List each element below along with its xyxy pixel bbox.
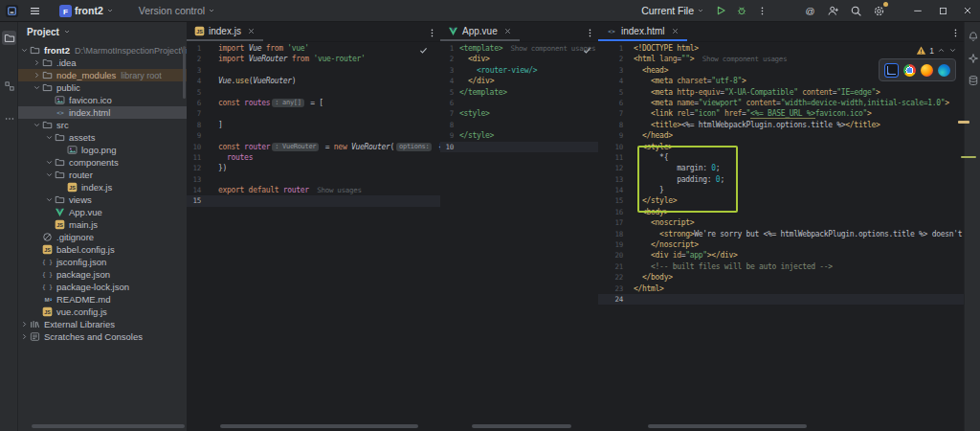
code-line-20[interactable]: 20 <div id="app"></div> [598, 250, 964, 261]
editor-content[interactable]: 1<template> Show component usages2 <div>… [440, 41, 598, 431]
code-line-12[interactable]: 12}) [187, 163, 440, 173]
debug-button[interactable] [731, 0, 752, 21]
code-line-11[interactable]: 11 *{ [598, 152, 964, 163]
tree-item-jsconfig.json[interactable]: { }jsconfig.json [17, 256, 187, 268]
code-line-9[interactable]: 9</style> [440, 130, 598, 141]
chevron-closed-icon[interactable] [32, 58, 41, 67]
tree-item-node-modules[interactable]: node_moduleslibrary root [17, 69, 187, 81]
code-line-21[interactable]: 21 <!-- built files will be auto injecte… [598, 261, 964, 272]
code-line-11[interactable]: 11 routes [187, 152, 440, 163]
code-line-7[interactable]: 7 <link rel="icon" href="<%= BASE_URL %>… [598, 108, 964, 119]
chevron-open-icon[interactable] [32, 121, 41, 129]
edge-browser-icon[interactable] [938, 64, 950, 77]
code-line-8[interactable]: 8 <title><%= htmlWebpackPlugin.options.t… [598, 120, 964, 130]
horizontal-scrollbar[interactable] [648, 424, 807, 428]
tab-close-icon[interactable] [247, 27, 256, 35]
run-configuration-widget[interactable]: Current File [635, 0, 710, 21]
settings-button[interactable] [867, 0, 890, 21]
code-line-5[interactable]: 5</template> [440, 87, 598, 98]
editor-options-icon[interactable] [950, 25, 961, 42]
chevron-closed-icon[interactable] [32, 71, 41, 79]
main-menu-icon[interactable] [23, 0, 46, 21]
inspections-ok-icon[interactable] [582, 45, 592, 56]
inspections-widget[interactable] [418, 45, 429, 56]
editor-options-icon[interactable] [427, 25, 437, 42]
tree-item-public[interactable]: public [17, 81, 187, 94]
tree-item-main.js[interactable]: JSmain.js [17, 218, 187, 231]
chevron-open-icon[interactable] [19, 46, 29, 55]
more-tool-windows-icon[interactable] [2, 111, 16, 125]
code-line-1[interactable]: 1<!DOCTYPE html> [598, 43, 964, 54]
inspections-widget[interactable] [582, 45, 592, 56]
code-line-2[interactable]: 2 <div> [440, 54, 598, 64]
code-line-16[interactable]: 16 <body> [598, 207, 964, 217]
code-line-10[interactable]: 10const router: VueRouter = new VueRoute… [187, 142, 440, 152]
prev-problem-icon[interactable] [937, 46, 946, 55]
add-user-icon[interactable] [821, 0, 844, 21]
tree-item-app.vue[interactable]: App.vue [17, 206, 187, 218]
ai-assistant-icon[interactable] [966, 51, 980, 65]
tree-item-readme.md[interactable]: MREADME.md [17, 293, 187, 306]
search-everywhere-icon[interactable] [844, 0, 867, 21]
tree-item-.gitignore[interactable]: .gitignore [17, 231, 187, 243]
inspections-ok-icon[interactable] [418, 45, 429, 56]
tree-item-components[interactable]: components [17, 156, 187, 169]
minimize-button[interactable] [905, 0, 930, 21]
code-line-5[interactable]: 5 <meta http-equiv="X-UA-Compatible" con… [598, 87, 964, 98]
chevron-closed-icon[interactable] [19, 332, 29, 341]
code-line-6[interactable]: 6 [440, 98, 598, 108]
horizontal-scrollbar[interactable] [220, 424, 418, 428]
code-line-3[interactable]: 3 [187, 65, 440, 76]
code-line-8[interactable]: 8] [187, 120, 440, 130]
tree-item-logo.png[interactable]: logo.png [17, 144, 187, 156]
chevron-open-icon[interactable] [44, 195, 54, 204]
editor-options-icon[interactable] [585, 25, 595, 42]
tree-item-scratches-and-consoles[interactable]: Scratches and Consoles [17, 330, 187, 343]
tree-item-babel.config.js[interactable]: JSbabel.config.js [17, 243, 187, 256]
close-button[interactable] [955, 0, 980, 21]
project-tool-window-icon[interactable] [2, 31, 16, 45]
code-line-4[interactable]: 4Vue.use(VueRouter) [187, 76, 440, 86]
code-line-7[interactable]: 7 [187, 108, 440, 119]
code-line-14[interactable]: 14export default router Show usages [187, 185, 440, 195]
firefox-browser-icon[interactable] [921, 64, 933, 77]
code-line-2[interactable]: 2import VueRouter from 'vue-router' [187, 54, 440, 64]
project-tree-vertical-scrollbar[interactable] [183, 46, 186, 99]
database-tool-window-icon[interactable] [966, 73, 980, 87]
code-line-24[interactable]: 24 [598, 294, 964, 305]
tree-item-package-lock.json[interactable]: { }package-lock.json [17, 281, 187, 293]
code-with-me-icon[interactable]: @ [798, 0, 821, 21]
editor-tab-index-html[interactable]: <>index.html [598, 21, 687, 41]
tree-item-vue.config.js[interactable]: JSvue.config.js [17, 306, 187, 318]
code-line-9[interactable]: 9 [187, 130, 440, 141]
code-line-9[interactable]: 9 </head> [598, 130, 964, 141]
ide-logo-icon[interactable] [0, 0, 23, 21]
code-line-13[interactable]: 13 padding: 0; [598, 174, 964, 185]
code-line-6[interactable]: 6 <meta name="viewport" content="width=d… [598, 98, 964, 108]
tree-item-favicon.ico[interactable]: favicon.ico [17, 94, 187, 106]
warning-stripe-mark[interactable] [961, 156, 976, 158]
code-line-10[interactable]: 10 <style> [598, 142, 964, 152]
code-line-12[interactable]: 12 margin: 0; [598, 163, 964, 173]
tree-item-views[interactable]: views [17, 193, 187, 206]
more-run-options-icon[interactable] [752, 0, 771, 21]
chevron-closed-icon[interactable] [19, 320, 29, 329]
code-line-15[interactable]: 15 [187, 195, 440, 206]
code-line-13[interactable]: 13 [187, 174, 440, 185]
tree-item-external-libraries[interactable]: External Libraries [17, 318, 187, 330]
tree-item-assets[interactable]: assets [17, 131, 187, 144]
editor-content[interactable]: 1import Vue from 'vue'2import VueRouter … [187, 41, 440, 431]
chevron-open-icon[interactable] [32, 83, 41, 92]
chevron-open-icon[interactable] [44, 158, 54, 167]
warning-stripe-mark[interactable] [958, 121, 969, 124]
tree-item-.idea[interactable]: .idea [17, 57, 187, 69]
code-line-4[interactable]: 4 </div> [440, 76, 598, 86]
code-line-8[interactable]: 8 [440, 120, 598, 130]
code-line-1[interactable]: 1<template> Show component usages [440, 43, 598, 54]
horizontal-scrollbar[interactable] [472, 424, 571, 428]
tree-item-front2[interactable]: front2D:\MarmotInspectionProject\front2 [17, 44, 187, 57]
editor-tab-App-vue[interactable]: App.vue [440, 21, 520, 41]
code-line-3[interactable]: 3 <router-view/> [440, 65, 598, 76]
warning-icon[interactable] [916, 45, 926, 56]
maximize-button[interactable] [930, 0, 955, 21]
